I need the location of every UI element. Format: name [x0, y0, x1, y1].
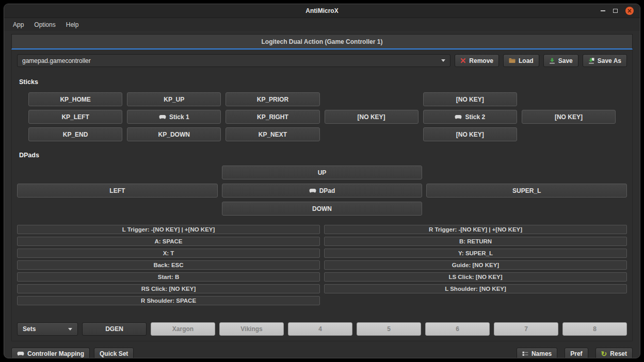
footer-right-group: Names Pref ↻ Reset [517, 348, 633, 359]
dpad-down-button[interactable]: DOWN [222, 202, 423, 216]
set-button-dgen[interactable]: DGEN [82, 322, 147, 336]
stick2-down-label: [NO KEY] [456, 131, 484, 138]
dpad-left-label: LEFT [109, 187, 125, 194]
assignment-label: R Shoulder: SPACE [141, 298, 196, 304]
set-button-xargon[interactable]: Xargon [151, 322, 215, 336]
controller-mapping-button[interactable]: Controller Mapping [11, 348, 90, 359]
assignment-label: LS Click: [NO KEY] [448, 274, 502, 280]
menu-options[interactable]: Options [29, 20, 60, 30]
y-button-assignment-button[interactable]: Y: SUPER_L [324, 249, 627, 258]
stick2-right-label: [NO KEY] [555, 113, 583, 121]
stick1-right-label: KP_RIGHT [257, 113, 288, 121]
maximize-button[interactable] [613, 9, 618, 13]
quick-set-button[interactable]: Quick Set [94, 348, 134, 359]
titlebar[interactable]: AntiMicroX [4, 4, 640, 18]
load-button-label: Load [519, 57, 534, 64]
set-button-label: Xargon [172, 325, 194, 333]
sticks-heading: Sticks [19, 78, 625, 86]
a-button-assignment-button[interactable]: A: SPACE [17, 237, 320, 246]
names-button-label: Names [532, 350, 552, 357]
gamepad-icon [17, 351, 24, 356]
save-button[interactable]: Save [543, 54, 578, 67]
sticks-grid: KP_HOME KP_UP KP_PRIOR [NO KEY] KP_LEFT … [28, 92, 616, 141]
l-shoulder-assignment-button[interactable]: L Shoulder: [NO KEY] [324, 284, 627, 293]
stick2-up-label: [NO KEY] [456, 96, 484, 103]
load-button[interactable]: Load [503, 54, 539, 67]
stick2-center-label: Stick 2 [465, 113, 485, 121]
stick1-center-label: Stick 1 [169, 113, 189, 121]
dpad-left-button[interactable]: LEFT [17, 184, 218, 198]
rs-click-assignment-button[interactable]: RS Click: [NO KEY] [17, 284, 320, 293]
remove-button[interactable]: Remove [455, 54, 499, 67]
dpad-center-button[interactable]: DPad [222, 184, 423, 198]
gamepad-icon [159, 114, 166, 120]
l-trigger-assignment-button[interactable]: L Trigger: -[NO KEY] | +[NO KEY] [17, 225, 320, 234]
set-button-7[interactable]: 7 [494, 322, 558, 336]
assignment-label: L Shoulder: [NO KEY] [445, 286, 506, 292]
window-controls [601, 4, 634, 18]
stick1-up-right-button[interactable]: KP_PRIOR [226, 92, 319, 106]
stick1-down-button[interactable]: KP_DOWN [127, 127, 221, 141]
set-button-label: 8 [593, 325, 597, 333]
reset-button-label: Reset [610, 350, 627, 357]
r-shoulder-assignment-button[interactable]: R Shoulder: SPACE [17, 296, 320, 305]
stick1-down-right-button[interactable]: KP_NEXT [226, 127, 319, 141]
stick1-down-right-label: KP_NEXT [259, 131, 287, 138]
stick2-left-button[interactable]: [NO KEY] [325, 110, 418, 124]
stick1-left-button[interactable]: KP_LEFT [28, 110, 122, 124]
gamepad-icon [455, 114, 462, 120]
save-as-button[interactable]: Save As [583, 54, 627, 67]
dpad-up-button[interactable]: UP [222, 166, 423, 179]
menu-app[interactable]: App [8, 20, 28, 30]
stick1-up-right-label: KP_PRIOR [257, 96, 288, 103]
b-button-assignment-button[interactable]: B: RETURN [324, 237, 627, 246]
sets-dropdown-button[interactable]: Sets [17, 322, 78, 336]
set-button-5[interactable]: 5 [357, 322, 421, 336]
set-button-8[interactable]: 8 [562, 322, 627, 336]
set-button-label: Vikings [240, 325, 262, 333]
assignment-label: L Trigger: -[NO KEY] | +[NO KEY] [122, 226, 215, 233]
stick1-right-button[interactable]: KP_RIGHT [226, 110, 319, 124]
dpad-grid: UP LEFT DPad SUPER_L DOWN [17, 166, 627, 216]
dpad-right-button[interactable]: SUPER_L [426, 184, 627, 198]
x-button-assignment-button[interactable]: X: T [17, 249, 320, 258]
save-as-button-label: Save As [598, 57, 621, 64]
stick2-center-button[interactable]: Stick 2 [423, 110, 517, 124]
controller-tab[interactable]: Logitech Dual Action (Game Controller 1) [11, 34, 633, 50]
menubar: App Options Help [4, 18, 640, 31]
stick1-up-button[interactable]: KP_UP [127, 92, 221, 106]
dpad-center-label: DPad [319, 187, 335, 194]
dpad-up-label: UP [318, 169, 327, 176]
names-button[interactable]: Names [517, 348, 557, 359]
controller-mapping-label: Controller Mapping [27, 350, 84, 357]
set-button-4[interactable]: 4 [288, 322, 352, 336]
stick2-up-button[interactable]: [NO KEY] [423, 92, 517, 106]
ls-click-assignment-button[interactable]: LS Click: [NO KEY] [324, 272, 627, 282]
stick2-right-button[interactable]: [NO KEY] [522, 110, 616, 124]
r-trigger-assignment-button[interactable]: R Trigger: -[NO KEY] | +[NO KEY] [324, 225, 627, 234]
stick1-up-left-button[interactable]: KP_HOME [28, 92, 122, 106]
set-button-6[interactable]: 6 [425, 322, 490, 336]
footer-bar: Controller Mapping Quick Set Names Pref … [4, 341, 640, 358]
sets-dropdown-label: Sets [23, 325, 36, 333]
stick1-up-left-label: KP_HOME [60, 96, 90, 103]
stick1-center-button[interactable]: Stick 1 [127, 110, 221, 124]
close-button[interactable] [625, 7, 634, 15]
remove-icon [460, 58, 466, 63]
reset-button[interactable]: ↻ Reset [595, 348, 633, 359]
assignment-label: Guide: [NO KEY] [452, 262, 499, 268]
save-button-label: Save [558, 57, 573, 64]
stick2-down-button[interactable]: [NO KEY] [423, 127, 517, 141]
profile-select[interactable]: gamepad.gamecontroller [17, 54, 450, 67]
menu-help[interactable]: Help [61, 20, 84, 30]
quick-set-label: Quick Set [100, 350, 128, 357]
maximize-icon [613, 9, 618, 13]
guide-assignment-button[interactable]: Guide: [NO KEY] [324, 260, 627, 270]
back-assignment-button[interactable]: Back: ESC [17, 260, 320, 270]
stick1-down-left-button[interactable]: KP_END [28, 127, 122, 141]
set-button-vikings[interactable]: Vikings [219, 322, 284, 336]
minimize-button[interactable] [601, 10, 605, 11]
assignment-left-column: L Trigger: -[NO KEY] | +[NO KEY] A: SPAC… [17, 225, 320, 305]
start-assignment-button[interactable]: Start: B [17, 272, 320, 282]
pref-button[interactable]: Pref [565, 348, 588, 359]
